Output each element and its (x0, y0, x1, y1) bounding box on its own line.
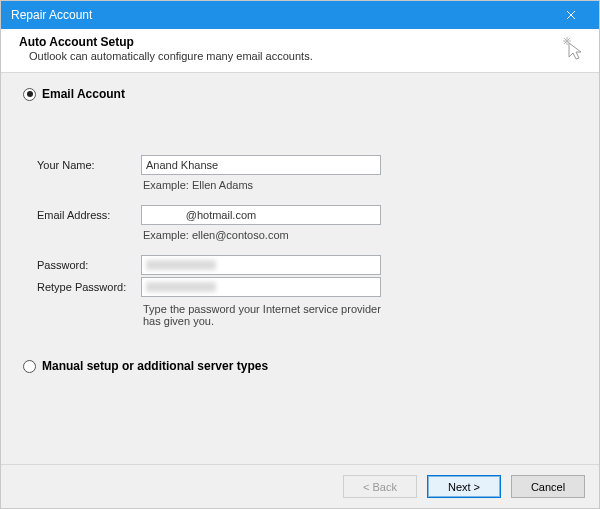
password-label: Password: (37, 259, 141, 271)
window-title: Repair Account (11, 8, 551, 22)
retype-password-field[interactable] (141, 277, 381, 297)
retype-password-label: Retype Password: (37, 281, 141, 293)
your-name-hint: Example: Ellen Adams (141, 177, 391, 203)
email-label: Email Address: (37, 209, 141, 221)
header-text: Auto Account Setup Outlook can automatic… (19, 35, 557, 62)
header-subtitle: Outlook can automatically configure many… (29, 50, 557, 62)
email-field[interactable] (141, 205, 381, 225)
your-name-field[interactable] (141, 155, 381, 175)
wizard-header: Auto Account Setup Outlook can automatic… (1, 29, 599, 73)
header-title: Auto Account Setup (19, 35, 557, 49)
back-button: < Back (343, 475, 417, 498)
password-field[interactable] (141, 255, 381, 275)
cursor-spark-icon (557, 35, 585, 64)
radio-icon (23, 360, 36, 373)
close-button[interactable] (551, 1, 591, 29)
radio-manual-setup[interactable]: Manual setup or additional server types (23, 359, 577, 373)
radio-email-account-label: Email Account (42, 87, 125, 101)
password-hint: Type the password your Internet service … (141, 299, 391, 331)
repair-account-dialog: Repair Account Auto Account Setup Outloo… (0, 0, 600, 509)
account-form: Your Name: Example: Ellen Adams Email Ad… (23, 155, 577, 331)
radio-email-account[interactable]: Email Account (23, 87, 577, 101)
cancel-button[interactable]: Cancel (511, 475, 585, 498)
email-hint: Example: ellen@contoso.com (141, 227, 391, 253)
next-button[interactable]: Next > (427, 475, 501, 498)
wizard-body: Email Account Your Name: Example: Ellen … (1, 73, 599, 464)
wizard-button-bar: < Back Next > Cancel (1, 464, 599, 508)
radio-icon (23, 88, 36, 101)
titlebar: Repair Account (1, 1, 599, 29)
your-name-label: Your Name: (37, 159, 141, 171)
radio-manual-setup-label: Manual setup or additional server types (42, 359, 268, 373)
close-icon (566, 10, 576, 20)
